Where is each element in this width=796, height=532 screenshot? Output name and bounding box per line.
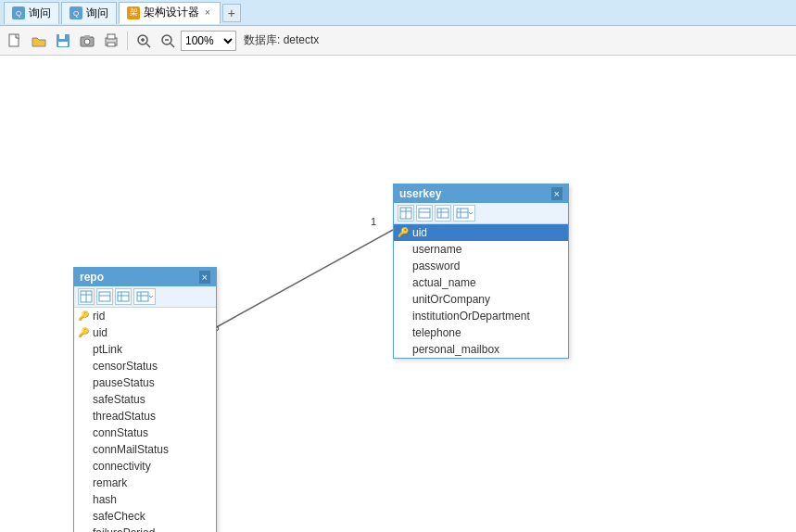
svg-line-15 [171, 44, 174, 47]
table-userkey-header: userkey × [394, 184, 568, 203]
tab-schema-icon: 架 [127, 6, 140, 19]
save-button[interactable] [52, 30, 74, 52]
print-button[interactable] [100, 30, 122, 52]
svg-rect-9 [107, 43, 115, 46]
key-icon-uid: 🔑 [398, 227, 409, 237]
tab-query2[interactable]: Q 询问 [61, 2, 117, 24]
new-button[interactable] [4, 30, 26, 52]
table-repo-field-censorstatus[interactable]: censorStatus [74, 358, 216, 374]
table-userkey-tool1[interactable] [398, 205, 414, 222]
key-icon-rid: 🔑 [78, 310, 89, 321]
table-userkey-tool4[interactable] [453, 205, 475, 222]
table-userkey-close[interactable]: × [551, 187, 562, 200]
table-userkey-field-password[interactable]: password [394, 258, 568, 274]
toolbar: 100% 75% 150% 数据库: detectx [0, 26, 796, 56]
canvas: 1 ∞ userkey × 🔑 uid username [0, 56, 796, 532]
zoom-select[interactable]: 100% 75% 150% [181, 31, 236, 51]
key-icon-repo-uid: 🔑 [78, 327, 89, 337]
table-userkey-tool2[interactable] [416, 205, 433, 222]
svg-rect-8 [107, 34, 115, 39]
zoom-in-button[interactable] [133, 30, 155, 52]
svg-rect-3 [58, 42, 68, 46]
zoom-out-button[interactable] [157, 30, 179, 52]
table-repo-field-connstatus[interactable]: connStatus [74, 424, 216, 441]
svg-rect-28 [457, 209, 468, 218]
table-userkey-tool3[interactable] [435, 205, 451, 222]
svg-rect-6 [84, 35, 90, 38]
svg-text:1: 1 [371, 216, 376, 227]
title-bar: Q 询问 Q 询问 架 架构设计器 × + [0, 0, 796, 26]
tab-query1[interactable]: Q 询问 [4, 2, 59, 24]
table-repo-close[interactable]: × [199, 271, 210, 284]
camera-button[interactable] [76, 30, 98, 52]
table-repo-toolbar [74, 286, 216, 308]
table-repo-field-hash[interactable]: hash [74, 491, 216, 508]
tab-schema-label: 架构设计器 [144, 5, 199, 20]
tab-query2-label: 询问 [86, 6, 108, 21]
db-label: 数据库: detectx [244, 32, 319, 48]
tab-query1-icon: Q [12, 6, 25, 19]
table-repo-tool3[interactable] [115, 288, 132, 305]
svg-point-5 [84, 39, 90, 44]
table-userkey-field-mailbox[interactable]: personal_mailbox [394, 341, 568, 358]
table-userkey-field-telephone[interactable]: telephone [394, 324, 568, 341]
table-userkey-toolbar [394, 203, 568, 224]
open-button[interactable] [28, 30, 50, 52]
table-repo-tool4[interactable] [133, 288, 156, 305]
table-repo-field-uid[interactable]: 🔑 uid [74, 324, 216, 341]
table-repo-field-safestatus[interactable]: safeStatus [74, 391, 216, 408]
table-repo-field-connmailstatus[interactable]: connMailStatus [74, 441, 216, 458]
table-repo-field-connectivity[interactable]: connectivity [74, 458, 216, 475]
table-userkey-field-actual-name[interactable]: actual_name [394, 274, 568, 291]
table-repo-title: repo [80, 271, 104, 284]
svg-rect-39 [137, 292, 148, 301]
svg-rect-34 [99, 292, 110, 301]
table-repo-field-threadstatus[interactable]: threadStatus [74, 408, 216, 424]
table-repo-header: repo × [74, 268, 216, 286]
svg-rect-36 [118, 292, 129, 301]
table-userkey-field-username[interactable]: username [394, 241, 568, 258]
svg-rect-25 [437, 209, 449, 218]
table-repo-tool2[interactable] [96, 288, 113, 305]
table-userkey: userkey × 🔑 uid username password actual… [393, 184, 569, 359]
tab-schema-close[interactable]: × [203, 7, 212, 18]
table-repo-field-safecheck[interactable]: safeCheck [74, 508, 216, 525]
toolbar-sep1 [127, 32, 128, 50]
tab-schema-designer[interactable]: 架 架构设计器 × [119, 2, 221, 24]
table-repo-field-ptlink[interactable]: ptLink [74, 341, 216, 358]
svg-line-11 [146, 44, 150, 47]
tab-query1-label: 询问 [29, 6, 51, 21]
table-repo-field-failureperiod[interactable]: failurePeriod [74, 525, 216, 532]
tab-add-button[interactable]: + [222, 4, 241, 22]
table-repo-tool1[interactable] [78, 288, 95, 305]
table-repo-field-pausestatus[interactable]: pauseStatus [74, 374, 216, 391]
table-repo: repo × 🔑 rid 🔑 uid ptLink censorS [73, 267, 217, 532]
table-repo-field-rid[interactable]: 🔑 rid [74, 308, 216, 324]
table-repo-field-remark[interactable]: remark [74, 475, 216, 491]
table-userkey-field-unit[interactable]: unitOrCompany [394, 291, 568, 308]
tab-query2-icon: Q [69, 6, 82, 19]
table-userkey-field-institution[interactable]: institutionOrDepartment [394, 308, 568, 324]
svg-rect-23 [419, 209, 430, 218]
table-userkey-field-uid[interactable]: 🔑 uid [394, 224, 568, 241]
svg-rect-2 [59, 34, 65, 39]
table-userkey-title: userkey [399, 187, 441, 200]
svg-line-17 [203, 230, 393, 335]
